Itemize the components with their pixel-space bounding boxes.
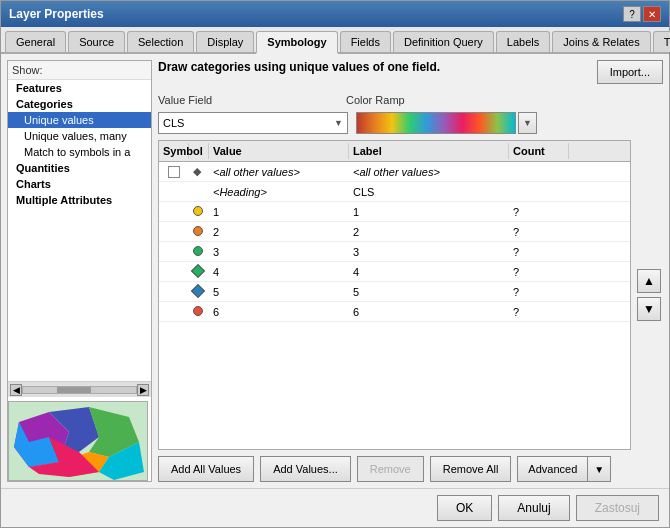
map-preview-svg [9,402,148,481]
row1-count [509,191,569,193]
sidebar-item-multiple-attributes[interactable]: Multiple Attributes [8,192,151,208]
tab-time[interactable]: Time [653,31,670,52]
table-row[interactable]: 1 1 ? [159,202,630,222]
header-count: Count [509,143,569,159]
color-ramp-arrow[interactable]: ▼ [518,112,537,134]
table-row[interactable]: 5 5 ? [159,282,630,302]
tab-symbology[interactable]: Symbology [256,31,337,54]
title-bar: Layer Properties ? ✕ [1,1,669,27]
scrollbar-track[interactable] [22,386,137,394]
header-symbol: Symbol [159,143,189,159]
sidebar-item-unique-values-many[interactable]: Unique values, many [8,128,151,144]
row2-count: ? [509,205,569,219]
tab-display[interactable]: Display [196,31,254,52]
ok-button[interactable]: OK [437,495,492,521]
show-label: Show: [8,61,151,80]
row6-symbol [189,285,209,299]
row1-label: CLS [349,185,509,199]
row5-checkbox [159,271,189,273]
help-button[interactable]: ? [623,6,641,22]
value-field-dropdown-arrow: ▼ [330,118,343,128]
table-section: Symbol Value Label Count [158,140,663,450]
row0-symbol: ◆ [189,164,209,179]
tab-selection[interactable]: Selection [127,31,194,52]
row2-label: 1 [349,205,509,219]
row7-symbol [189,305,209,319]
row0-checkbox[interactable] [159,165,189,179]
scrollbar-thumb [57,387,91,393]
advanced-dropdown-button[interactable]: ▼ [587,456,611,482]
header-value: Value [209,143,349,159]
table-row[interactable]: 4 4 ? [159,262,630,282]
row2-checkbox [159,211,189,213]
tab-labels[interactable]: Labels [496,31,550,52]
diamond-icon [191,283,205,297]
tab-definition-query[interactable]: Definition Query [393,31,494,52]
field-row: Value Field Color Ramp [158,94,663,106]
sidebar-item-match-symbols[interactable]: Match to symbols in a [8,144,151,160]
symbol-table: Symbol Value Label Count [158,140,631,450]
import-button[interactable]: Import... [597,60,663,84]
row6-checkbox [159,291,189,293]
row4-label: 3 [349,245,509,259]
sidebar-item-categories[interactable]: Categories [8,96,151,112]
description-text: Draw categories using unique values of o… [158,60,440,74]
cancel-button[interactable]: Anuluj [498,495,569,521]
apply-button[interactable]: Zastosuj [576,495,659,521]
table-row[interactable]: 3 3 ? [159,242,630,262]
add-all-values-button[interactable]: Add All Values [158,456,254,482]
scroll-right-button[interactable]: ▶ [137,384,149,396]
sidebar-item-unique-values[interactable]: Unique values [8,112,151,128]
controls-row: CLS ▼ ▼ [158,112,663,134]
checkbox-icon[interactable] [168,166,180,178]
row3-count: ? [509,225,569,239]
row4-checkbox [159,251,189,253]
row0-label: <all other values> [349,165,509,179]
remove-button[interactable]: Remove [357,456,424,482]
value-field-value: CLS [163,117,330,129]
sidebar-item-charts[interactable]: Charts [8,176,151,192]
remove-all-button[interactable]: Remove All [430,456,512,482]
tab-source[interactable]: Source [68,31,125,52]
tab-general[interactable]: General [5,31,66,52]
row1-symbol [189,191,209,193]
scroll-left-button[interactable]: ◀ [10,384,22,396]
table-row[interactable]: 6 6 ? [159,302,630,322]
left-panel: Show: Features Categories Unique values … [7,60,152,482]
move-up-button[interactable]: ▲ [637,269,661,293]
table-header: Symbol Value Label Count [159,141,630,162]
window-title: Layer Properties [9,7,104,21]
sidebar-item-features[interactable]: Features [8,80,151,96]
right-panel: Draw categories using unique values of o… [158,60,663,482]
color-ramp[interactable] [356,112,516,134]
table-row[interactable]: <Heading> CLS [159,182,630,202]
close-button[interactable]: ✕ [643,6,661,22]
sidebar-item-quantities[interactable]: Quantities [8,160,151,176]
table-row[interactable]: ◆ <all other values> <all other values> [159,162,630,182]
move-down-button[interactable]: ▼ [637,297,661,321]
top-row: Draw categories using unique values of o… [158,60,663,84]
row6-count: ? [509,285,569,299]
diamond-symbol: ◆ [193,165,201,177]
table-row[interactable]: 2 2 ? [159,222,630,242]
bottom-buttons: Add All Values Add Values... Remove Remo… [158,456,663,482]
row7-count: ? [509,305,569,319]
header-dot [189,143,209,159]
row7-checkbox [159,311,189,313]
tab-fields[interactable]: Fields [340,31,391,52]
add-values-button[interactable]: Add Values... [260,456,351,482]
row4-count: ? [509,245,569,259]
row5-symbol [189,265,209,279]
row5-value: 4 [209,265,349,279]
row3-value: 2 [209,225,349,239]
row2-symbol [189,205,209,219]
advanced-main-button[interactable]: Advanced [517,456,587,482]
tree-list: Features Categories Unique values Unique… [8,80,151,381]
row7-label: 6 [349,305,509,319]
circle-icon [193,206,203,216]
horizontal-scrollbar[interactable]: ◀ ▶ [8,381,151,397]
row3-label: 2 [349,225,509,239]
value-field-dropdown[interactable]: CLS ▼ [158,112,348,134]
tab-joins-relates[interactable]: Joins & Relates [552,31,650,52]
diamond-icon [191,263,205,277]
